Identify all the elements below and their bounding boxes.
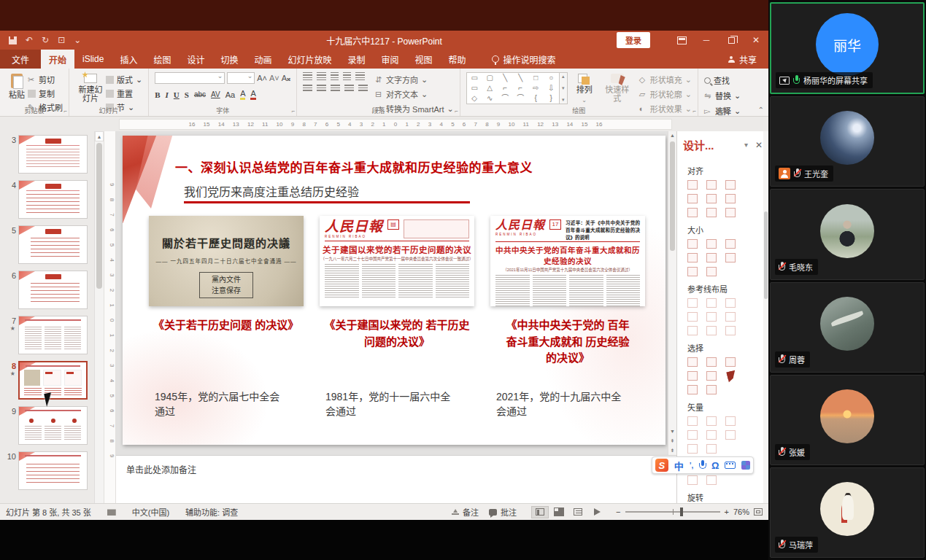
align-left-icon[interactable] (303, 85, 312, 93)
arrange-button[interactable]: 排列 ⌄ (574, 72, 595, 105)
tab-insert[interactable]: 插入 (112, 50, 145, 69)
vector-icon[interactable] (687, 430, 698, 440)
decrease-indent-icon[interactable] (331, 72, 339, 80)
align-icon[interactable] (725, 208, 736, 217)
guide-icon[interactable] (725, 312, 736, 322)
minimize-button[interactable]: ─ (694, 31, 719, 50)
tell-me-search[interactable]: 操作说明搜索 (485, 50, 563, 69)
input-toolbox-icon[interactable] (741, 461, 750, 470)
tab-slideshow[interactable]: 幻灯片放映 (279, 50, 339, 69)
document-column-1[interactable]: 關於若干歷史問題的决議 —— 一九四五年四月二十日六届七中全會通過 —— 黨內文… (149, 216, 304, 435)
vector-icon[interactable] (725, 416, 736, 426)
shadow-button[interactable]: S (185, 90, 189, 99)
shape-fill-button[interactable]: ◇形状填充 ⌄ (639, 74, 692, 85)
tab-design[interactable]: 设计 (179, 50, 212, 69)
align-right-icon[interactable] (331, 85, 340, 93)
participant-tile[interactable]: 周蓉 (770, 282, 925, 373)
size-icon[interactable] (706, 253, 717, 262)
zoom-percentage[interactable]: 76% (733, 508, 749, 516)
zoom-in-button[interactable]: + (725, 508, 729, 516)
thumbnail-slide-10[interactable]: 10 (1, 451, 92, 490)
newspaper-1981-image[interactable]: 人民日報 RENMIN RIBAO ▤ 关于建国以来党的若干历史问题的决议 （一… (320, 216, 474, 306)
align-icon[interactable] (706, 180, 717, 190)
columns-icon[interactable] (358, 85, 368, 93)
horizontal-ruler[interactable]: 16 15 14 13 12 11 10 9 8 7 6 5 4 3 2 1 0… (119, 119, 672, 130)
guide-icon[interactable] (725, 326, 736, 335)
numbering-icon[interactable] (317, 72, 326, 80)
document-column-3[interactable]: 人民日報 RENMIN RIBAO 17 习近平：关于《中共中央关于党的百年奋斗… (490, 216, 645, 435)
highlight-button[interactable]: A (240, 89, 245, 100)
size-icon[interactable] (706, 239, 717, 249)
clipboard-icon[interactable] (706, 475, 717, 485)
reading-view-button[interactable] (569, 506, 587, 518)
size-icon[interactable] (687, 239, 698, 249)
login-button[interactable]: 登录 (617, 32, 650, 48)
clear-formatting-button[interactable]: A𝄪 (282, 74, 290, 83)
desc-1[interactable]: 1945年，党的六届七中全会通过 (155, 389, 304, 419)
size-icon[interactable] (706, 267, 717, 276)
new-slide-button[interactable]: 新建幻灯片 (75, 72, 106, 105)
guide-icon[interactable] (687, 298, 698, 308)
tab-animations[interactable]: 动画 (246, 50, 279, 69)
thumbnail-slide-5[interactable]: 5 (1, 225, 92, 264)
char-spacing-button[interactable]: AV (211, 90, 220, 98)
align-icon[interactable] (706, 208, 717, 217)
thumbnail-scrollbar[interactable]: ▲ (94, 131, 104, 503)
cursor-arrow-icon[interactable] (725, 371, 736, 381)
align-icon[interactable] (687, 180, 698, 190)
select-icon[interactable] (687, 385, 698, 394)
caption-2[interactable]: 《关于建国以来党的 若干历史问题的决议》 (320, 317, 474, 350)
find-button[interactable]: 查找 (704, 74, 741, 86)
symbols-icon[interactable]: Ω (711, 460, 719, 471)
align-icon[interactable] (706, 194, 717, 203)
select-icon[interactable] (687, 371, 698, 381)
slide-subtitle[interactable]: 我们党历来高度注重总结历史经验 (184, 182, 359, 200)
input-mode-toggle[interactable]: 中 (674, 459, 684, 472)
shapes-gallery[interactable]: ▭▢╲╲□○ ▭△⌐⌐⇨⇩ ◇∿⌒⌒{} (466, 72, 560, 104)
select-icon[interactable] (687, 357, 698, 367)
increase-indent-icon[interactable] (343, 72, 351, 80)
select-icon[interactable] (706, 357, 717, 367)
previous-slide-button[interactable]: ⇞ (668, 437, 676, 446)
design-panel-scrollbar[interactable] (763, 131, 768, 503)
spellcheck-indicator[interactable] (107, 508, 116, 516)
text-tool-icon[interactable] (687, 444, 698, 454)
next-slide-button[interactable]: ⇟ (668, 446, 676, 455)
participant-tile[interactable]: 毛晓东 (770, 189, 925, 279)
replace-button[interactable]: ⇋替换 ⌄ (704, 90, 741, 101)
thumbnail-preview[interactable] (18, 271, 88, 309)
punctuation-toggle[interactable]: ’, (690, 462, 694, 470)
align-icon[interactable] (725, 194, 736, 203)
participant-tile-sharing[interactable]: 丽华 杨丽华的屏幕共享 (770, 2, 925, 94)
pen-tool-icon[interactable] (706, 444, 717, 454)
zoom-out-button[interactable]: − (616, 508, 620, 516)
canvas-scrollbar[interactable]: ▲ ▼ ⇞ ⇟ (668, 131, 676, 455)
undo-icon[interactable]: ↶ (26, 36, 33, 44)
reset-button[interactable]: 重置 (106, 88, 142, 99)
fit-to-window-icon[interactable] (754, 508, 763, 516)
vector-icon[interactable] (687, 416, 698, 426)
underline-button[interactable]: U (174, 90, 180, 99)
newspaper-2021-image[interactable]: 人民日報 RENMIN RIBAO 17 习近平：关于《中共中央关于党的百年奋斗… (490, 216, 645, 306)
restore-button[interactable] (719, 31, 744, 50)
layout-button[interactable]: 版式 ⌄ (106, 74, 142, 85)
guide-icon[interactable] (687, 326, 698, 335)
thumbnail-preview[interactable] (18, 406, 88, 445)
bold-button[interactable]: B (155, 90, 160, 99)
ribbon-display-options-button[interactable] (669, 31, 694, 50)
clipboard-dialog-launcher[interactable]: ⌐ (63, 108, 67, 114)
guide-icon[interactable] (687, 312, 698, 322)
strikethrough-button[interactable]: abc (194, 90, 206, 98)
notes-toggle[interactable]: 备注 (452, 506, 479, 518)
copy-button[interactable]: 复制 (28, 88, 63, 99)
notes-pane[interactable]: 单击此处添加备注 (116, 455, 676, 503)
zoom-slider-thumb[interactable] (680, 508, 683, 516)
tab-record[interactable]: 录制 (339, 50, 373, 69)
guide-icon[interactable] (706, 312, 717, 322)
notes-placeholder[interactable]: 单击此处添加备注 (126, 463, 196, 475)
shapes-gallery-scroll[interactable]: ▴▾▾ (560, 72, 568, 104)
redo-icon[interactable]: ↻ (42, 36, 49, 44)
shape-outline-button[interactable]: ▱形状轮廓 ⌄ (639, 88, 692, 100)
vertical-ruler[interactable]: 9 8 7 6 5 4 3 2 1 0 1 2 3 4 5 6 7 8 9 (104, 131, 116, 503)
panel-close-icon[interactable]: ✕ (755, 140, 763, 150)
